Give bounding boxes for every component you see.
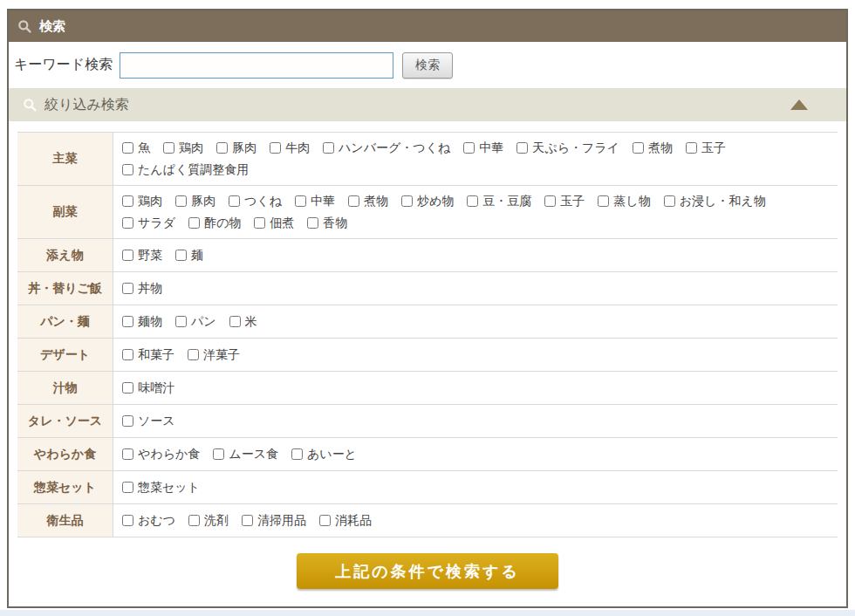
collapse-triangle-icon[interactable] bbox=[790, 99, 808, 110]
checkbox-option[interactable]: 煮物 bbox=[348, 192, 388, 210]
checkbox-option[interactable]: 和菓子 bbox=[122, 346, 174, 364]
option-checkbox[interactable] bbox=[122, 448, 133, 460]
checkbox-option[interactable]: 香物 bbox=[307, 214, 347, 232]
checkbox-option[interactable]: ソース bbox=[122, 412, 175, 430]
option-checkbox[interactable] bbox=[175, 316, 187, 327]
checkbox-option[interactable]: ムース食 bbox=[213, 445, 278, 463]
option-checkbox[interactable] bbox=[122, 515, 133, 526]
checkbox-option[interactable]: 煮物 bbox=[633, 139, 673, 157]
category-options: 鶏肉豚肉つくね中華煮物炒め物豆・豆腐玉子蒸し物お浸し・和え物サラダ酢の物佃煮香物 bbox=[113, 186, 838, 238]
option-label: 丼物 bbox=[138, 279, 162, 298]
checkbox-option[interactable]: 中華 bbox=[295, 192, 335, 210]
checkbox-option[interactable]: 麺物 bbox=[122, 312, 162, 331]
option-checkbox[interactable] bbox=[664, 195, 675, 207]
checkbox-option[interactable]: 鶏肉 bbox=[163, 139, 203, 157]
option-checkbox[interactable] bbox=[323, 142, 334, 154]
option-checkbox[interactable] bbox=[254, 217, 265, 229]
option-checkbox[interactable] bbox=[122, 283, 133, 294]
checkbox-option[interactable]: 酢の物 bbox=[188, 214, 241, 232]
option-checkbox[interactable] bbox=[122, 316, 133, 327]
option-checkbox[interactable] bbox=[163, 142, 174, 154]
checkbox-option[interactable]: 豚肉 bbox=[175, 192, 215, 210]
checkbox-option[interactable]: 蒸し物 bbox=[598, 192, 650, 210]
option-checkbox[interactable] bbox=[270, 142, 281, 154]
category-row: タレ・ソースソース bbox=[17, 405, 838, 438]
checkbox-option[interactable]: 野菜 bbox=[122, 246, 162, 264]
option-checkbox[interactable] bbox=[291, 448, 303, 460]
checkbox-option[interactable]: サラダ bbox=[122, 214, 175, 232]
option-checkbox[interactable] bbox=[544, 195, 556, 207]
option-checkbox[interactable] bbox=[348, 195, 359, 207]
option-label: 玉子 bbox=[560, 192, 585, 210]
option-checkbox[interactable] bbox=[122, 195, 133, 207]
checkbox-option[interactable]: 豆・豆腐 bbox=[467, 192, 531, 210]
checkbox-option[interactable]: やわらか食 bbox=[122, 445, 200, 463]
option-checkbox[interactable] bbox=[319, 515, 331, 526]
option-checkbox[interactable] bbox=[242, 515, 253, 526]
checkbox-option[interactable]: あいーと bbox=[291, 445, 357, 463]
checkbox-option[interactable]: 丼物 bbox=[122, 279, 162, 298]
checkbox-option[interactable]: 消耗品 bbox=[319, 511, 372, 530]
checkbox-option[interactable]: 佃煮 bbox=[254, 214, 294, 232]
checkbox-option[interactable]: 玉子 bbox=[686, 139, 726, 157]
option-checkbox[interactable] bbox=[122, 415, 133, 427]
search-header-title: 検索 bbox=[39, 18, 65, 35]
checkbox-option[interactable]: ハンバーグ・つくね bbox=[323, 139, 450, 157]
category-label: やわらか食 bbox=[17, 438, 113, 470]
checkbox-option[interactable]: 牛肉 bbox=[270, 139, 310, 157]
option-checkbox[interactable] bbox=[122, 217, 133, 229]
option-checkbox[interactable] bbox=[463, 142, 475, 154]
option-checkbox[interactable] bbox=[175, 250, 187, 261]
checkbox-option[interactable]: 鶏肉 bbox=[122, 192, 162, 210]
option-checkbox[interactable] bbox=[633, 142, 644, 154]
checkbox-option[interactable]: 惣菜セット bbox=[122, 478, 200, 496]
checkbox-option[interactable]: 麺 bbox=[175, 246, 203, 264]
checkbox-option[interactable]: 清掃用品 bbox=[242, 511, 306, 530]
option-checkbox[interactable] bbox=[467, 195, 478, 207]
option-checkbox[interactable] bbox=[229, 316, 241, 327]
submit-search-button[interactable]: 上記の条件で検索する bbox=[297, 553, 558, 589]
option-checkbox[interactable] bbox=[122, 164, 133, 175]
option-checkbox[interactable] bbox=[401, 195, 413, 207]
option-checkbox[interactable] bbox=[122, 142, 133, 154]
option-checkbox[interactable] bbox=[686, 142, 697, 154]
checkbox-option[interactable]: 味噌汁 bbox=[122, 379, 174, 397]
option-checkbox[interactable] bbox=[122, 482, 133, 493]
option-checkbox[interactable] bbox=[175, 195, 187, 207]
checkbox-option[interactable]: 魚 bbox=[122, 139, 150, 157]
option-checkbox[interactable] bbox=[188, 349, 199, 360]
option-checkbox[interactable] bbox=[122, 349, 133, 360]
option-checkbox[interactable] bbox=[229, 195, 240, 207]
checkbox-option[interactable]: 洋菓子 bbox=[188, 346, 240, 364]
checkbox-option[interactable]: 玉子 bbox=[544, 192, 585, 210]
option-checkbox[interactable] bbox=[122, 382, 133, 394]
checkbox-option[interactable]: 天ぷら・フライ bbox=[516, 139, 619, 157]
page-bottom-strip bbox=[0, 610, 855, 616]
checkbox-option[interactable]: 炒め物 bbox=[401, 192, 454, 210]
checkbox-option[interactable]: 米 bbox=[229, 312, 257, 331]
option-checkbox[interactable] bbox=[213, 448, 224, 460]
option-checkbox[interactable] bbox=[122, 250, 133, 261]
option-checkbox[interactable] bbox=[516, 142, 528, 154]
checkbox-option[interactable]: 豚肉 bbox=[216, 139, 256, 157]
checkbox-option[interactable]: パン bbox=[175, 312, 216, 331]
option-checkbox[interactable] bbox=[216, 142, 228, 154]
keyword-search-input[interactable] bbox=[120, 52, 393, 79]
category-row: 惣菜セット惣菜セット bbox=[17, 471, 838, 504]
checkbox-option[interactable]: たんぱく質調整食用 bbox=[122, 161, 249, 179]
checkbox-option[interactable]: おむつ bbox=[122, 511, 175, 530]
option-checkbox[interactable] bbox=[188, 217, 200, 229]
keyword-search-button[interactable]: 検索 bbox=[402, 52, 453, 79]
option-checkbox[interactable] bbox=[307, 217, 318, 229]
option-checkbox[interactable] bbox=[598, 195, 609, 207]
option-label: 豆・豆腐 bbox=[482, 192, 531, 210]
checkbox-option[interactable]: 洗剤 bbox=[188, 511, 229, 530]
filter-section-header[interactable]: 絞り込み検索 bbox=[9, 88, 846, 121]
option-checkbox[interactable] bbox=[188, 515, 200, 526]
option-label: サラダ bbox=[138, 214, 175, 232]
checkbox-option[interactable]: お浸し・和え物 bbox=[664, 192, 766, 210]
filter-section-title: 絞り込み検索 bbox=[44, 96, 129, 114]
checkbox-option[interactable]: 中華 bbox=[463, 139, 503, 157]
option-checkbox[interactable] bbox=[295, 195, 306, 207]
checkbox-option[interactable]: つくね bbox=[229, 192, 282, 210]
